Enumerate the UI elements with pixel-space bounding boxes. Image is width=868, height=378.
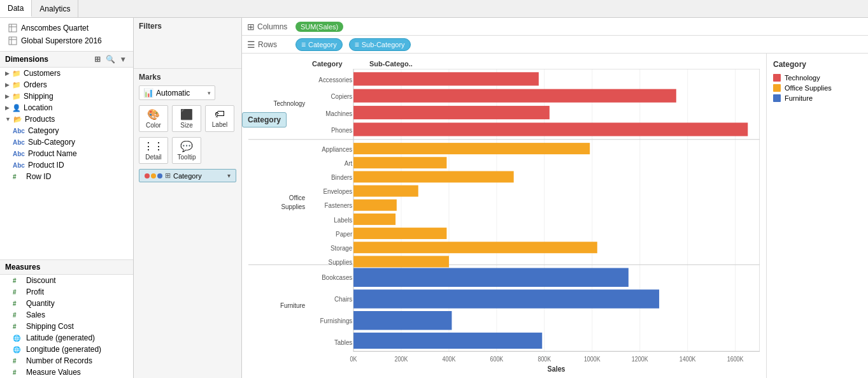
abc-icon-3: Abc [13,150,25,157]
field-quantity-label: Quantity [26,299,55,308]
label-btn-label: Label [212,121,227,128]
table-icon [8,23,18,33]
tab-analytics[interactable]: Analytics [32,0,78,17]
field-subcategory[interactable]: Abc Sub-Category [0,136,133,148]
marks-type-label: Automatic [156,89,190,98]
svg-text:Paper: Paper [336,229,353,238]
hash-icon-shipping: # [13,323,23,330]
hash-icon-quantity: # [13,300,23,307]
svg-text:1200K: 1200K [632,355,648,363]
field-product-name[interactable]: Abc Product Name [0,148,133,159]
abc-icon-4: Abc [13,162,25,169]
hash-icon-profit: # [13,289,23,296]
field-group-orders[interactable]: ▶ 📁 Orders [0,79,133,91]
svg-text:400K: 400K [443,355,456,363]
rows-category-pill-label: Category [308,41,337,48]
field-longitude-label: Longitude (generated) [26,345,101,354]
field-latitude[interactable]: 🌐 Latitude (generated) [0,332,133,344]
svg-rect-19 [353,72,539,85]
field-category-label: Category [28,126,59,135]
dropdown-chevron-icon: ▾ [208,90,211,96]
tab-data[interactable]: Data [0,0,32,17]
svg-rect-32 [353,200,397,211]
field-longitude[interactable]: 🌐 Longitude (generated) [0,344,133,355]
svg-rect-29 [353,157,446,168]
field-group-shipping[interactable]: ▶ 📁 Shipping [0,91,133,102]
folder-open-icon: 📂 [13,115,22,124]
col-header-subcategory: Sub-Catego.. [369,60,413,68]
field-discount-label: Discount [26,276,56,285]
svg-rect-28 [353,143,590,154]
chart-svg-container: Technology Accessories Copiers Machines … [248,69,760,372]
field-row-id-label: Row ID [26,172,51,181]
hash-icon-measure-values: # [13,369,23,376]
marks-label-btn[interactable]: 🏷 Label [205,105,234,132]
folder-icon-2: 📁 [12,81,21,89]
dimensions-grid-icon[interactable]: ⊞ [92,54,103,64]
columns-sum-sales-pill[interactable]: SUM(Sales) [295,22,343,32]
svg-text:Storage: Storage [331,244,352,252]
rows-category-pill[interactable]: ≡ Category [295,38,343,51]
marks-color-btn[interactable]: 🎨 Color [139,105,168,132]
legend-color-furniture [773,94,781,102]
field-group-products[interactable]: ▼ 📂 Products [0,113,133,125]
folder-icon: 📁 [12,69,21,78]
svg-rect-33 [353,214,395,225]
columns-label-text: Columns [257,22,287,31]
legend-color-technology [773,74,781,82]
field-group-customers[interactable]: ▶ 📁 Customers [0,68,133,79]
svg-text:Envelopes: Envelopes [323,187,352,196]
field-shipping-cost-label: Shipping Cost [26,322,74,331]
hash-icon-records: # [13,358,23,365]
marks-tooltip-btn[interactable]: 💬 Tooltip [172,137,201,164]
dimensions-menu-icon[interactable]: ▾ [118,54,128,64]
marks-detail-btn[interactable]: ⋮⋮ Detail [139,137,168,164]
category-tooltip-text: Category [248,115,281,124]
svg-rect-30 [353,171,514,182]
field-profit[interactable]: # Profit [0,286,133,298]
chart-column-headers: Category Sub-Catego.. [312,60,760,68]
field-measure-values[interactable]: # Measure Values [0,367,133,378]
marks-category-pill[interactable]: ⊞ Category ▾ [139,169,236,182]
chevron-right-icon-4: ▶ [5,105,10,111]
marks-type-dropdown[interactable]: 📊 Automatic ▾ [139,85,215,100]
marks-label: Marks [139,73,236,82]
legend-item-furniture[interactable]: Furniture [773,94,862,102]
field-num-records-label: Number of Records [26,356,92,365]
marks-size-btn[interactable]: ⬛ Size [172,105,201,132]
marks-buttons-row: 🎨 Color ⬛ Size 🏷 Label [139,105,236,132]
size-btn-label: Size [180,122,192,129]
legend-item-technology[interactable]: Technology [773,74,862,82]
field-sales-label: Sales [26,310,45,319]
dimensions-search-icon[interactable]: 🔍 [105,54,115,64]
label-tag-icon: 🏷 [215,108,225,120]
datasource-anscombes[interactable]: Anscombes Quartet [5,22,128,34]
datasource-global[interactable]: Global Superstore 2016 [5,34,128,47]
field-row-id[interactable]: # Row ID [0,171,133,182]
field-shipping-cost[interactable]: # Shipping Cost [0,321,133,332]
abc-icon: Abc [13,127,25,134]
measures-title: Measures [5,263,40,272]
field-discount[interactable]: # Discount [0,275,133,286]
group-location-label: Location [24,103,52,112]
svg-text:Machines: Machines [325,109,352,117]
detail-dots-icon: ⋮⋮ [143,140,164,152]
tab-analytics-label: Analytics [39,4,70,13]
svg-rect-48 [353,268,629,287]
svg-text:Technology: Technology [274,99,306,107]
rows-subcategory-pill[interactable]: ≡ Sub-Category [349,38,411,51]
color-btn-label: Color [146,122,161,129]
field-num-records[interactable]: # Number of Records [0,355,133,367]
rows-pill-icon-2: ≡ [355,40,359,49]
table-icon-2 [8,36,18,46]
legend-item-office-supplies[interactable]: Office Supplies [773,84,862,92]
field-sales[interactable]: # Sales [0,309,133,321]
group-orders-label: Orders [24,80,47,89]
field-category[interactable]: Abc Category [0,125,133,136]
field-product-id[interactable]: Abc Product ID [0,159,133,171]
field-group-location[interactable]: ▶ 👤 Location [0,102,133,113]
field-quantity[interactable]: # Quantity [0,298,133,309]
group-products-label: Products [25,115,55,124]
abc-icon-2: Abc [13,139,25,146]
legend-color-office-supplies [773,84,781,92]
